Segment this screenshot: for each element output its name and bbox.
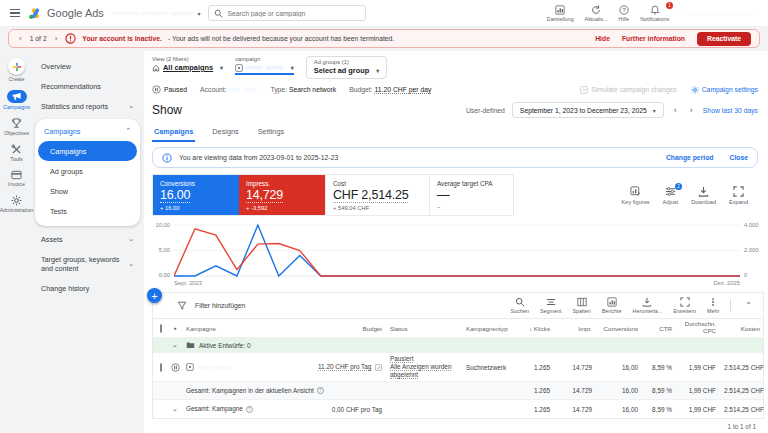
show-last-30-days-link[interactable]: Show last 30 days (703, 107, 758, 114)
change-period-link[interactable]: Change period (666, 154, 714, 161)
campaign-budget-cell[interactable]: 11.20 CHF pro Tag (315, 361, 387, 373)
appearance-button[interactable]: Darstellung (547, 5, 574, 22)
nav-show[interactable]: Show (38, 181, 137, 201)
edit-icon[interactable] (375, 364, 382, 371)
adjust-button[interactable]: 2 Adjust (663, 186, 679, 205)
col-klicks[interactable]: ↓ Klicks (515, 323, 555, 334)
time-series-chart[interactable]: 10,00 5,00 0,00 Sept. 2023 Dez. 2025 4.0… (152, 222, 762, 286)
key-figures-button[interactable]: Key figures (622, 186, 650, 205)
refresh-button[interactable]: Aktualis... (585, 5, 608, 22)
account-field-label: Account: (200, 86, 226, 93)
date-next-icon[interactable]: › (687, 105, 696, 115)
expand-button[interactable]: Expand (729, 186, 748, 205)
rail-item-objectives[interactable]: Objectives (0, 118, 33, 136)
paused-status-icon[interactable] (171, 363, 180, 372)
user-email[interactable]: ························· (683, 10, 758, 16)
table-search-button[interactable]: Suchen (511, 297, 529, 314)
nav-overview[interactable]: Overview (35, 56, 140, 76)
col-budget[interactable]: Budget (315, 323, 387, 334)
nav-campaigns-group[interactable]: Campaigns⌃ (38, 122, 137, 141)
columns-label: Spalten (572, 308, 590, 314)
reports-button[interactable]: Berichte (602, 297, 622, 314)
col-impr[interactable]: Impr. (555, 323, 597, 334)
close-notice-link[interactable]: Close (729, 154, 748, 161)
download-button[interactable]: Download (691, 186, 716, 205)
date-range-picker[interactable]: September 1, 2023 to December 23, 2025 ▾ (512, 102, 664, 118)
scorecard-impressions[interactable]: Impress. 14,729 + -3,592 (239, 175, 325, 215)
table-download-button[interactable]: Herunterla... (633, 297, 663, 314)
chevron-down-icon: ▾ (376, 67, 379, 74)
select-all-checkbox[interactable] (160, 324, 162, 333)
nav-recommendations[interactable]: Recommendations (35, 76, 140, 96)
nav-change-history[interactable]: Change history (35, 278, 140, 298)
nav-ad-groups[interactable]: Ad groups (38, 161, 137, 181)
search-box[interactable] (208, 5, 366, 21)
tab-campaigns[interactable]: Campaigns (152, 123, 195, 142)
account-switcher[interactable]: ········ ········ ······· ▾ (112, 10, 201, 17)
status-column-icon[interactable]: ● (167, 323, 183, 333)
further-information-link[interactable]: Further information (622, 35, 685, 42)
col-kampagne[interactable]: Kampagne (183, 323, 315, 334)
ad-group-filter[interactable]: Ad groups (1) Select ad group ▾ (306, 56, 387, 79)
icon-rail: Create Campaigns Objectives Tools Invoic… (0, 51, 33, 433)
left-axis-tick: 10,00 (152, 222, 170, 228)
campaign-ctr: 8,59 % (643, 362, 677, 373)
google-ads-logo[interactable]: Google Ads (28, 7, 104, 20)
campaign-row[interactable]: ····· ····· 11.20 CHF pro Tag Pausiert A… (153, 353, 763, 382)
drafts-group-row[interactable]: ⌄ Aktive Entwürfe: 0 (153, 338, 763, 353)
alert-actions: Hide Further information Reactivate (595, 32, 751, 46)
view-filter[interactable]: View (2 filters) All campaigns ▾ (152, 56, 223, 72)
help-icon[interactable]: ? (246, 406, 253, 413)
add-campaign-fab[interactable]: + (147, 288, 162, 303)
budget-field-value[interactable]: 11.20 CHF per day (374, 86, 431, 94)
col-conversions[interactable]: Conversions (597, 323, 643, 334)
nav-target-groups[interactable]: Target groups, keywords and content⌄ (35, 249, 140, 278)
search-input[interactable] (227, 10, 360, 17)
date-prev-icon[interactable]: ‹ (671, 105, 680, 115)
tab-designs[interactable]: Designs (210, 123, 240, 142)
alert-prev-icon[interactable]: ‹ (17, 34, 24, 43)
col-kampagnentyp[interactable]: Kampagnentyp (463, 323, 515, 334)
filter-funnel-icon[interactable] (177, 301, 187, 311)
rail-item-create[interactable]: Create (0, 58, 33, 82)
tab-settings[interactable]: Settings (256, 123, 286, 142)
col-cpc[interactable]: Durchschn. CPC (677, 319, 721, 337)
nav-statistics[interactable]: Statistics and reports⌄ (35, 96, 140, 116)
col-ctr[interactable]: CTR (643, 323, 677, 334)
add-filter-button[interactable]: Filter hinzufügen (195, 302, 245, 309)
col-kosten[interactable]: Kosten (721, 323, 765, 334)
row-checkbox[interactable] (160, 363, 162, 372)
campaign-filter[interactable]: campaign ····· ····· ▾ (235, 56, 294, 75)
alert-next-icon[interactable]: › (53, 34, 60, 43)
simulate-changes-button[interactable]: Simulate campaign changes (580, 86, 676, 94)
rail-item-tools[interactable]: Tools (0, 144, 33, 162)
table-expand-button[interactable]: Erweitern (673, 297, 696, 314)
scorecard-conversions[interactable]: Conversions 16.00 + 16.00 (153, 175, 239, 215)
campaign-settings-button[interactable]: Campaign settings (691, 86, 758, 94)
menu-icon[interactable] (10, 9, 20, 17)
campaign-kosten: 2.514,25 CHF (721, 362, 765, 373)
reactivate-button[interactable]: Reactivate (697, 32, 751, 46)
notifications-label: Notifications (640, 16, 669, 22)
hide-link[interactable]: Hide (595, 35, 610, 42)
rail-item-administration[interactable]: Administration (0, 195, 33, 213)
nav-campaigns[interactable]: Campaigns (38, 141, 137, 161)
total-campaign-row: ⌄ Gesamt: Kampagne? 0,00 CHF pro Tag 1.2… (153, 400, 763, 418)
col-status[interactable]: Status (387, 323, 463, 334)
help-button[interactable]: ? Hilfe (619, 5, 630, 22)
more-button[interactable]: Mehr (707, 297, 719, 314)
chevron-down-icon[interactable]: ⌄ (167, 339, 183, 351)
campaign-name-link[interactable]: ····· ····· (183, 361, 315, 373)
nav-tests[interactable]: Tests (38, 201, 137, 221)
columns-button[interactable]: Spalten (572, 297, 590, 314)
nav-assets[interactable]: Assets⌄ (35, 229, 140, 249)
collapse-table-icon[interactable]: ⌃ (742, 301, 755, 310)
chevron-down-icon[interactable]: ⌄ (167, 403, 183, 415)
rail-item-invoice[interactable]: Invoice (0, 170, 33, 187)
segment-button[interactable]: Segment (540, 297, 562, 314)
scorecard-cost[interactable]: Cost CHF 2,514.25 + 549.04 CHF (325, 175, 429, 215)
notifications-button[interactable]: 1 Notifications (640, 5, 669, 22)
paused-status[interactable]: Paused (152, 85, 187, 94)
rail-item-campaigns[interactable]: Campaigns (0, 90, 33, 110)
scorecard-avg-target-cpa[interactable]: Average target CPA — – (429, 175, 513, 215)
